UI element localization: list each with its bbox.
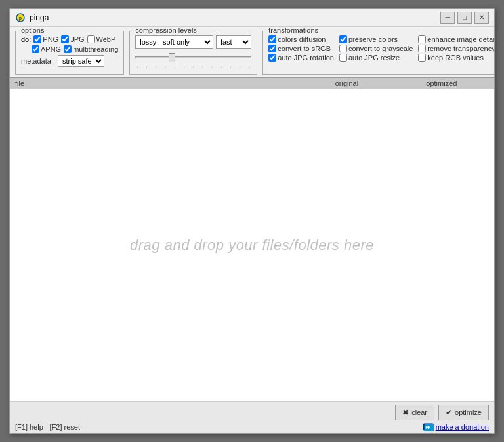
compression-slider[interactable] xyxy=(135,51,251,63)
transformations-panel: transformations colors diffusion preserv… xyxy=(262,31,494,75)
donation-label: make a donation xyxy=(436,423,489,431)
convert-grayscale-label: convert to grayscale xyxy=(348,45,413,52)
trans-item-colors-diffusion: colors diffusion xyxy=(268,35,334,43)
trans-item-preserve-colors: preserve colors xyxy=(339,35,413,43)
remove-transparency-label: remove transparency xyxy=(427,45,494,52)
slider-marks: · · · · · · · · · · · · · xyxy=(135,64,251,70)
do-row: do: PNG JPG WebP xyxy=(21,35,118,43)
metadata-select[interactable]: strip safe strip all keep all xyxy=(58,55,104,67)
clear-label: clear xyxy=(411,409,427,416)
clear-button[interactable]: ✖ clear xyxy=(395,405,434,420)
file-column-header: file xyxy=(15,79,299,87)
multithreading-label: multithreading xyxy=(73,45,118,53)
title-bar-left: p pinga xyxy=(15,12,49,23)
pinga-icon: p xyxy=(15,12,26,23)
auto-jpg-rotation-label: auto JPG rotation xyxy=(278,54,334,62)
preserve-colors-label: preserve colors xyxy=(348,35,398,43)
trans-item-remove-transparency: remove transparency xyxy=(418,45,494,52)
maximize-button[interactable]: □ xyxy=(457,12,472,24)
paypal-icon: P P xyxy=(423,423,434,431)
trans-item-auto-jpg-resize: auto JPG resize xyxy=(339,54,413,62)
remove-transparency-checkbox[interactable] xyxy=(418,45,426,52)
transformations-grid: colors diffusion preserve colors enhance… xyxy=(268,35,494,62)
original-column-header: original xyxy=(299,79,394,87)
trans-item-auto-jpg-rotation: auto JPG rotation xyxy=(268,54,334,62)
compression-select-row: lossy - soft only lossy - aggressive los… xyxy=(135,35,251,49)
apng-label: APNG xyxy=(41,45,61,53)
drop-area[interactable]: drag and drop your files/folders here xyxy=(10,89,494,401)
webp-checkbox[interactable] xyxy=(87,35,95,43)
keep-rgb-label: keep RGB values xyxy=(427,54,484,62)
png-checkbox[interactable] xyxy=(33,35,41,43)
help-text: [F1] help - [F2] reset xyxy=(15,423,80,431)
multithreading-checkbox[interactable] xyxy=(64,45,72,53)
minimize-button[interactable]: ─ xyxy=(440,12,455,24)
trans-item-convert-grayscale: convert to grayscale xyxy=(339,45,413,52)
svg-text:p: p xyxy=(19,16,22,21)
optimize-button[interactable]: ✔ optimize xyxy=(438,405,489,420)
app-logo-icon: p xyxy=(16,13,25,22)
options-label: options xyxy=(20,27,45,34)
colors-diffusion-checkbox[interactable] xyxy=(268,35,276,43)
jpg-checkbox-label[interactable]: JPG xyxy=(61,35,84,43)
jpg-checkbox[interactable] xyxy=(61,35,69,43)
bottom-footer: [F1] help - [F2] reset P P make a donati… xyxy=(15,423,489,431)
enhance-image-label: enhance image details xyxy=(427,35,494,43)
apng-checkbox[interactable] xyxy=(32,45,39,53)
apng-checkbox-label[interactable]: APNG xyxy=(32,45,61,53)
png-checkbox-label[interactable]: PNG xyxy=(33,35,58,43)
compression-panel: compression levels lossy - soft only los… xyxy=(129,31,257,75)
title-bar: p pinga ─ □ ✕ xyxy=(10,9,494,27)
auto-jpg-rotation-checkbox[interactable] xyxy=(268,54,276,62)
do-label: do: xyxy=(21,35,31,43)
colors-diffusion-label: colors diffusion xyxy=(278,35,326,43)
clear-icon: ✖ xyxy=(402,408,409,417)
app-window: p pinga ─ □ ✕ options do: PNG xyxy=(9,8,495,434)
compression-label: compression levels xyxy=(134,27,198,34)
compression-level-select[interactable]: lossy - soft only lossy - aggressive los… xyxy=(135,35,213,49)
preserve-colors-checkbox[interactable] xyxy=(339,35,347,43)
jpg-label: JPG xyxy=(70,35,84,43)
convert-srgb-label: convert to sRGB xyxy=(278,45,331,52)
metadata-row: metadata : strip safe strip all keep all xyxy=(21,55,118,67)
optimize-label: optimize xyxy=(455,409,482,416)
content-area: options do: PNG JPG WebP xyxy=(10,27,494,433)
title-bar-buttons: ─ □ ✕ xyxy=(440,12,489,24)
close-button[interactable]: ✕ xyxy=(474,12,489,24)
multithreading-checkbox-label[interactable]: multithreading xyxy=(64,45,118,53)
trans-item-keep-rgb: keep RGB values xyxy=(418,54,494,62)
trans-item-enhance-image: enhance image details xyxy=(418,35,494,43)
auto-jpg-resize-label: auto JPG resize xyxy=(348,54,400,62)
bottom-buttons: ✖ clear ✔ optimize xyxy=(15,405,489,420)
window-title: pinga xyxy=(30,13,49,22)
png-label: PNG xyxy=(43,35,58,43)
optimize-icon: ✔ xyxy=(446,408,452,417)
auto-jpg-resize-checkbox[interactable] xyxy=(339,54,347,62)
enhance-image-checkbox[interactable] xyxy=(418,35,426,43)
convert-srgb-checkbox[interactable] xyxy=(268,45,276,52)
options-panel: options do: PNG JPG WebP xyxy=(15,31,124,75)
drop-text: drag and drop your files/folders here xyxy=(130,237,374,254)
bottom-bar: ✖ clear ✔ optimize [F1] help - [F2] rese… xyxy=(10,401,494,433)
compression-slider-container: · · · · · · · · · · · · · xyxy=(135,51,251,70)
webp-label: WebP xyxy=(96,35,116,43)
webp-checkbox-label[interactable]: WebP xyxy=(87,35,116,43)
optimized-column-header: optimized xyxy=(394,79,489,87)
compression-speed-select[interactable]: fast slow auto xyxy=(216,35,251,49)
donation-link[interactable]: P P make a donation xyxy=(423,423,489,431)
top-panels: options do: PNG JPG WebP xyxy=(10,27,494,77)
trans-item-convert-srgb: convert to sRGB xyxy=(268,45,334,52)
apng-row: APNG multithreading xyxy=(21,45,118,53)
keep-rgb-checkbox[interactable] xyxy=(418,54,426,62)
convert-grayscale-checkbox[interactable] xyxy=(339,45,347,52)
transformations-label: transformations xyxy=(267,27,320,34)
metadata-label: metadata : xyxy=(21,57,55,65)
file-table-header: file original optimized xyxy=(10,77,494,89)
svg-text:P: P xyxy=(427,425,430,430)
